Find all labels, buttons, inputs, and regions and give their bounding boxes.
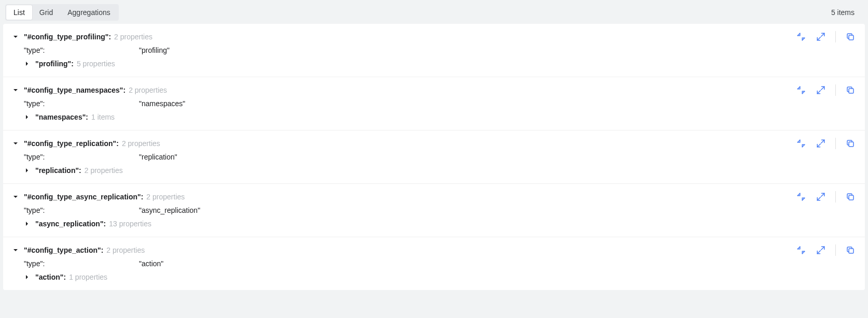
copy-icon[interactable] [845,85,856,95]
item-key: "#config_type_action": [24,246,103,254]
item-key: "#config_type_replication": [24,139,119,148]
type-key: "type": [24,46,45,54]
copy-icon[interactable] [845,138,856,149]
type-value: "action" [139,259,163,268]
type-key: "type": [24,153,45,161]
collapse-icon[interactable] [796,85,806,95]
copy-icon[interactable] [845,192,856,202]
item-key: "#config_type_profiling": [24,33,111,41]
caret-right-icon[interactable] [24,61,30,67]
type-key: "type": [24,99,45,108]
caret-down-icon[interactable] [12,87,19,93]
svg-rect-3 [849,195,853,200]
type-value: "profiling" [139,46,170,54]
type-key: "type": [24,206,45,214]
tab-aggregations[interactable]: Aggregations [60,5,118,20]
divider [835,138,836,149]
child-key: "namespaces": [35,113,88,121]
divider [835,244,836,256]
caret-down-icon[interactable] [12,140,19,147]
divider [835,31,836,42]
caret-right-icon[interactable] [24,114,30,120]
item-key: "#config_type_async_replication": [24,193,143,201]
collapse-icon[interactable] [796,192,806,202]
collapse-icon[interactable] [796,32,806,42]
caret-right-icon[interactable] [24,167,30,174]
item-actions [796,137,856,149]
child-key: "replication": [35,166,81,175]
child-meta: 2 properties [85,166,123,175]
item-list: "#config_type_profiling": 2 properties "… [3,24,865,290]
caret-right-icon[interactable] [24,274,30,280]
expand-icon[interactable] [816,138,826,149]
caret-down-icon[interactable] [12,194,19,200]
item-meta: 2 properties [129,86,167,94]
caret-down-icon[interactable] [12,34,19,40]
item-meta: 2 properties [106,246,145,254]
expand-icon[interactable] [816,192,826,202]
type-value: "namespaces" [139,99,185,108]
child-meta: 13 properties [109,220,151,228]
divider [835,84,836,96]
caret-down-icon[interactable] [12,247,19,253]
item-actions [796,83,856,96]
expand-icon[interactable] [816,245,826,255]
item-actions [796,243,856,256]
copy-icon[interactable] [845,32,856,42]
svg-rect-0 [849,35,853,40]
item-meta: 2 properties [122,139,160,148]
tab-grid[interactable]: Grid [32,5,60,20]
toolbar: List Grid Aggregations 5 items [0,0,868,24]
child-meta: 5 properties [77,60,115,68]
child-key: "async_replication": [35,220,106,228]
expand-icon[interactable] [816,32,826,42]
collapse-icon[interactable] [796,138,806,149]
item-key: "#config_type_namespaces": [24,86,125,94]
svg-rect-1 [849,89,853,93]
type-value: "async_replication" [139,206,200,214]
divider [835,191,836,203]
list-item: "#config_type_replication": 2 properties… [3,131,865,184]
list-item: "#config_type_async_replication": 2 prop… [3,184,865,237]
item-meta: 2 properties [114,33,152,41]
type-value: "replication" [139,153,177,161]
tab-list[interactable]: List [6,5,32,20]
item-count: 5 items [831,8,863,17]
svg-rect-4 [849,249,853,253]
child-meta: 1 items [91,113,115,121]
type-key: "type": [24,259,45,268]
list-item: "#config_type_profiling": 2 properties "… [3,24,865,77]
copy-icon[interactable] [845,245,856,255]
expand-icon[interactable] [816,85,826,95]
view-tabs: List Grid Aggregations [5,4,119,21]
collapse-icon[interactable] [796,245,806,255]
list-item: "#config_type_action": 2 properties "typ… [3,237,865,290]
item-actions [796,30,856,42]
item-meta: 2 properties [146,193,185,201]
list-item: "#config_type_namespaces": 2 properties … [3,77,865,131]
caret-right-icon[interactable] [24,221,30,227]
child-key: "profiling": [35,60,74,68]
child-key: "action": [35,273,66,281]
svg-rect-2 [849,142,853,147]
item-actions [796,190,856,203]
child-meta: 1 properties [69,273,107,281]
